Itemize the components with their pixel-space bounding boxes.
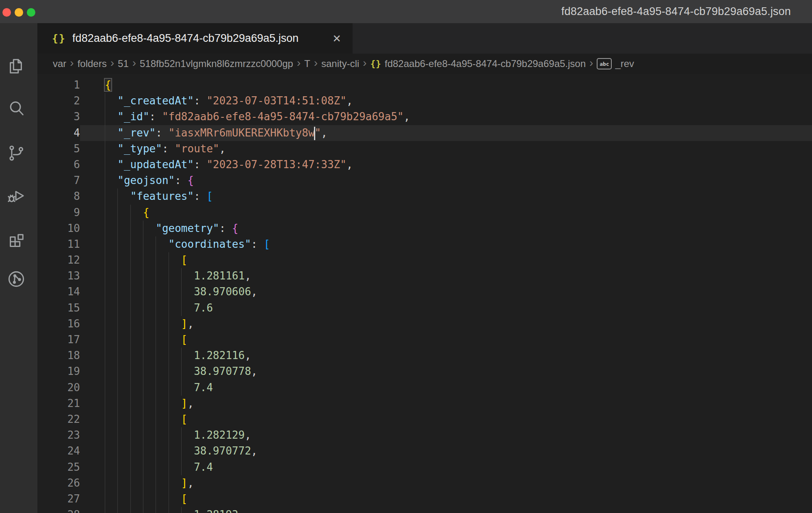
code-line[interactable]: 18 1.282116, bbox=[37, 348, 812, 364]
code-line[interactable]: 3 "_id": "fd82aab6-efe8-4a95-8474-cb79b2… bbox=[37, 109, 812, 125]
code-line[interactable]: 8 "features": [ bbox=[37, 188, 812, 204]
zoom-window-button[interactable] bbox=[27, 8, 35, 17]
breadcrumb-item[interactable]: 518fb52n1vlgmkn8l6zmrzzc0000gp bbox=[140, 58, 293, 69]
indent-whitespace bbox=[105, 461, 194, 473]
indent-guide bbox=[156, 396, 156, 411]
code-line[interactable]: 1{ bbox=[37, 77, 812, 93]
indent-guide bbox=[117, 443, 118, 459]
code-line[interactable]: 23 1.282129, bbox=[37, 427, 812, 443]
indent-whitespace bbox=[105, 365, 194, 377]
token: , bbox=[404, 110, 410, 123]
token: "fd82aab6-efe8-4a95-8474-cb79b29a69a5" bbox=[162, 110, 404, 123]
code-line-content: 7.6 bbox=[80, 300, 812, 316]
token: : bbox=[251, 238, 264, 250]
code-line-content: [ bbox=[80, 411, 812, 427]
code-line[interactable]: 13 1.281161, bbox=[37, 268, 812, 284]
token: "_id" bbox=[117, 110, 149, 123]
sidebar-item-run-debug[interactable] bbox=[7, 186, 26, 205]
breadcrumb-item[interactable]: T bbox=[304, 58, 310, 69]
window-title: fd82aab6-efe8-4a95-8474-cb79b29a69a5.jso… bbox=[561, 0, 791, 23]
activity-bar bbox=[0, 23, 37, 513]
indent-guide bbox=[105, 205, 105, 221]
breadcrumb-item[interactable]: 51 bbox=[118, 58, 129, 69]
close-tab-icon[interactable]: ✕ bbox=[332, 33, 341, 44]
breadcrumb-item[interactable]: var bbox=[53, 58, 66, 69]
indent-guide bbox=[130, 252, 131, 268]
code-line[interactable]: 20 7.4 bbox=[37, 380, 812, 396]
code-line[interactable]: 25 7.4 bbox=[37, 459, 812, 475]
code-line[interactable]: 4 "_rev": "iasxMRr6mUKEREXHKbty8w", bbox=[37, 125, 812, 141]
code-line[interactable]: 9 { bbox=[37, 205, 812, 221]
token: , bbox=[251, 286, 258, 298]
code-line[interactable]: 12 [ bbox=[37, 252, 812, 268]
code-area[interactable]: 1{2 "_createdAt": "2023-07-03T14:51:08Z"… bbox=[37, 74, 812, 513]
code-line[interactable]: 26 ], bbox=[37, 475, 812, 491]
indent-whitespace bbox=[105, 381, 194, 394]
breadcrumb-item[interactable]: {}fd82aab6-efe8-4a95-8474-cb79b29a69a5.j… bbox=[370, 58, 586, 69]
token: 1.282129 bbox=[194, 429, 245, 441]
token: , bbox=[346, 158, 353, 171]
indent-guide bbox=[130, 284, 131, 300]
token: : bbox=[194, 158, 206, 171]
indent-whitespace bbox=[105, 158, 117, 171]
sidebar-item-search[interactable] bbox=[7, 99, 26, 118]
token: , bbox=[219, 143, 226, 155]
indent-guide bbox=[181, 348, 182, 364]
code-line[interactable]: 7 "geojson": { bbox=[37, 173, 812, 188]
indent-guide bbox=[105, 316, 105, 332]
code-line[interactable]: 21 ], bbox=[37, 396, 812, 411]
indent-guide bbox=[117, 300, 118, 316]
token: : bbox=[194, 95, 206, 107]
code-line[interactable]: 15 7.6 bbox=[37, 300, 812, 316]
line-number: 2 bbox=[37, 93, 80, 109]
indent-guide bbox=[156, 348, 156, 364]
code-line[interactable]: 28 1.28193 bbox=[37, 507, 812, 513]
sidebar-item-source-control[interactable] bbox=[7, 144, 26, 162]
breadcrumb-item[interactable]: abc_rev bbox=[597, 58, 634, 69]
token: "geometry" bbox=[156, 222, 219, 234]
code-line[interactable]: 24 38.970772, bbox=[37, 443, 812, 459]
indent-guide bbox=[117, 459, 118, 475]
breadcrumb-separator-icon: › bbox=[363, 56, 366, 69]
indent-guide bbox=[143, 507, 143, 513]
code-line[interactable]: 17 [ bbox=[37, 332, 812, 348]
indent-guide bbox=[143, 443, 143, 459]
indent-guide bbox=[117, 364, 118, 379]
json-braces-icon: {} bbox=[370, 59, 381, 69]
code-line[interactable]: 10 "geometry": { bbox=[37, 221, 812, 236]
code-line-content: 38.970606, bbox=[80, 284, 812, 300]
line-number: 5 bbox=[37, 141, 80, 157]
token: : bbox=[194, 190, 206, 202]
code-line-content: 38.970778, bbox=[80, 364, 812, 379]
code-line[interactable]: 22 [ bbox=[37, 411, 812, 427]
code-line[interactable]: 16 ], bbox=[37, 316, 812, 332]
token: "_type" bbox=[117, 143, 162, 155]
code-line[interactable]: 5 "_type": "route", bbox=[37, 141, 812, 157]
breadcrumb-item[interactable]: folders bbox=[78, 58, 107, 69]
indent-guide bbox=[156, 236, 156, 252]
code-line[interactable]: 27 [ bbox=[37, 491, 812, 507]
token: "_rev" bbox=[117, 127, 156, 139]
sidebar-item-commit-graph[interactable] bbox=[7, 270, 26, 288]
sidebar-item-explorer[interactable] bbox=[7, 57, 26, 76]
indent-guide bbox=[181, 507, 182, 513]
breadcrumb-item[interactable]: sanity-cli bbox=[321, 58, 359, 69]
sidebar-item-extensions[interactable] bbox=[7, 232, 26, 251]
token: "2023-07-03T14:51:08Z" bbox=[206, 95, 346, 107]
breadcrumb-separator-icon: › bbox=[110, 56, 114, 69]
indent-guide bbox=[105, 396, 105, 411]
indent-guide bbox=[117, 411, 118, 427]
tab-json-file[interactable]: {} fd82aab6-efe8-4a95-8474-cb79b29a69a5.… bbox=[37, 23, 353, 54]
token: { bbox=[105, 79, 111, 91]
token: 1.28193 bbox=[194, 509, 238, 513]
close-window-button[interactable] bbox=[2, 8, 11, 17]
indent-guide bbox=[105, 252, 105, 268]
token: "route" bbox=[175, 143, 219, 155]
code-line[interactable]: 6 "_updatedAt": "2023-07-28T13:47:33Z", bbox=[37, 157, 812, 173]
code-line[interactable]: 19 38.970778, bbox=[37, 364, 812, 379]
code-line[interactable]: 14 38.970606, bbox=[37, 284, 812, 300]
indent-guide bbox=[117, 332, 118, 348]
code-line[interactable]: 2 "_createdAt": "2023-07-03T14:51:08Z", bbox=[37, 93, 812, 109]
minimize-window-button[interactable] bbox=[15, 8, 23, 17]
code-line[interactable]: 11 "coordinates": [ bbox=[37, 236, 812, 252]
